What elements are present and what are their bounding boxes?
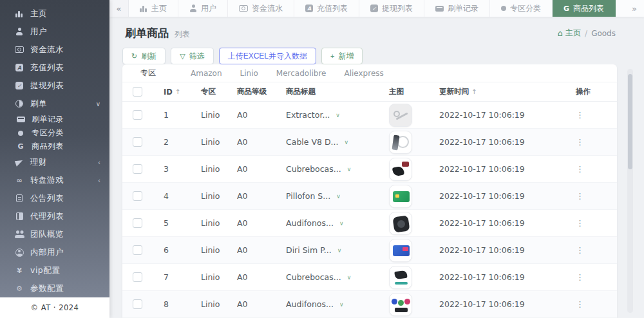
cell-updated: 2022-10-17 10:06:19 [434, 245, 563, 255]
tabs-scroll-left-button[interactable]: « [109, 0, 129, 17]
expand-title-icon[interactable]: ∨ [336, 112, 340, 118]
product-image[interactable] [389, 158, 412, 181]
product-image[interactable] [389, 293, 412, 316]
tab-zone-categories[interactable]: 专区分类 [490, 0, 553, 17]
sidebar-item-announcements[interactable]: 公告列表 [0, 189, 109, 207]
row-actions-menu[interactable]: ⋮ [576, 191, 584, 201]
cell-updated: 2022-10-17 10:06:19 [434, 218, 563, 228]
zone-tab-mercadolibre[interactable]: Mercadolibre [276, 69, 327, 78]
sort-by-updated[interactable]: 更新时间↑ [439, 87, 477, 97]
sidebar-item-internal-users[interactable]: 内部用户 [0, 243, 109, 261]
row-actions-menu[interactable]: ⋮ [576, 299, 584, 309]
tab-recharge-list[interactable]: 充值列表 [294, 0, 359, 17]
expand-title-icon[interactable]: ∨ [344, 139, 348, 145]
sidebar-item-vip-config[interactable]: ¥ vip配置 [0, 261, 109, 279]
breadcrumb-home-link[interactable]: ⌂ 主页 [558, 28, 581, 39]
row-actions-menu[interactable]: ⋮ [576, 272, 584, 282]
expand-title-icon[interactable]: ∨ [339, 301, 344, 308]
expand-title-icon[interactable]: ∨ [347, 274, 352, 281]
tab-home[interactable]: 主页 [129, 0, 178, 17]
sidebar-item-label: 用户 [30, 26, 47, 37]
sidebar-item-zone-categories[interactable]: 专区分类 [0, 126, 109, 140]
sidebar-item-home[interactable]: 主页 [0, 5, 109, 23]
tab-goods-list[interactable]: G 商品列表 [553, 0, 616, 17]
user-icon [14, 28, 24, 35]
row-actions-menu[interactable]: ⋮ [576, 245, 584, 255]
sidebar-item-withdraw-list[interactable]: 提现列表 [0, 77, 109, 95]
tabs-scroll-right-button[interactable]: » [625, 0, 644, 17]
sidebar-item-finance[interactable]: 理财 ‹ [0, 153, 109, 171]
row-checkbox[interactable] [133, 272, 142, 282]
sidebar-item-team-overview[interactable]: 团队概览 [0, 225, 109, 243]
cell-title: Audifonos... [286, 299, 334, 309]
zone-tab-amazon[interactable]: Amazon [191, 69, 222, 78]
product-image[interactable] [389, 185, 412, 208]
cell-zone: Linio [196, 245, 232, 255]
row-checkbox[interactable] [133, 218, 142, 228]
table-row: 6 Linio A0 Diri Sim P...∨ 2022-10-17 10:… [122, 237, 617, 264]
expand-title-icon[interactable]: ∨ [347, 166, 352, 173]
tab-order-records[interactable]: 刷单记录 [424, 0, 490, 17]
yen-icon: ¥ [14, 267, 24, 274]
row-checkbox[interactable] [133, 110, 142, 120]
sidebar-item-label: 资金流水 [30, 44, 64, 55]
open-tabs-bar: « 主页 用户 资金流水 充值列表 提现列表 刷单记录 专区分类 [109, 0, 644, 17]
product-image[interactable] [389, 131, 412, 154]
row-checkbox[interactable] [133, 299, 142, 309]
cell-id: 3 [158, 164, 196, 174]
tab-label: 充值列表 [317, 3, 348, 14]
sidebar-item-recharge-list[interactable]: 充值列表 [0, 59, 109, 77]
zone-tab-linio[interactable]: Linio [240, 69, 258, 78]
cell-grade: A0 [232, 272, 281, 282]
sidebar-item-users[interactable]: 用户 [0, 23, 109, 41]
row-actions-menu[interactable]: ⋮ [576, 164, 584, 174]
table-row: 1 Linio A0 Extractor...∨ 2022-10-17 10:0… [122, 102, 617, 129]
expand-title-icon[interactable]: ∨ [336, 193, 341, 200]
sidebar-item-label: 代理列表 [30, 211, 64, 222]
sort-by-id[interactable]: ID↑ [164, 88, 180, 97]
row-checkbox[interactable] [133, 164, 142, 174]
refresh-icon: ↻ [131, 53, 137, 60]
row-actions-menu[interactable]: ⋮ [576, 110, 584, 120]
select-all-checkbox[interactable] [133, 87, 142, 97]
refresh-button[interactable]: ↻ 刷新 [122, 48, 166, 64]
tab-label: 主页 [151, 3, 167, 14]
tabbar-spacer [616, 0, 625, 17]
expand-title-icon[interactable]: ∨ [337, 247, 342, 254]
upload-excel-button[interactable]: 上传EXCEL并导入数据 [219, 48, 316, 64]
breadcrumb-separator: / [585, 29, 587, 38]
product-image[interactable] [389, 104, 412, 127]
zone-tab-aliexpress[interactable]: Aliexpress [344, 69, 383, 78]
row-checkbox[interactable] [133, 137, 142, 147]
list-card-icon [435, 6, 444, 12]
page-subtitle: 列表 [175, 30, 190, 39]
tab-funds-flow[interactable]: 资金流水 [228, 0, 294, 17]
add-button[interactable]: + 新增 [321, 48, 363, 64]
sidebar-item-funds-flow[interactable]: 资金流水 [0, 41, 109, 59]
product-image[interactable] [389, 266, 412, 289]
sidebar-item-wheel-game[interactable]: ∞ 转盘游戏 ‹ [0, 171, 109, 189]
tab-withdraw-list[interactable]: 提现列表 [359, 0, 424, 17]
filter-button[interactable]: ▽ 筛选 [171, 48, 213, 64]
zone-filter-label: 专区 [140, 68, 156, 79]
banknote-icon [239, 5, 248, 12]
row-checkbox[interactable] [133, 245, 142, 255]
sidebar-item-order-records[interactable]: 刷单记录 [0, 113, 109, 126]
sidebar-item-brush-orders[interactable]: 刷单 ∨ [0, 95, 109, 113]
row-checkbox[interactable] [133, 191, 142, 201]
row-actions-menu[interactable]: ⋮ [576, 218, 584, 228]
product-image[interactable] [389, 239, 412, 262]
cell-id: 6 [158, 245, 196, 255]
expand-title-icon[interactable]: ∨ [339, 220, 344, 227]
sidebar-item-goods-list[interactable]: G 商品列表 [0, 140, 109, 153]
cell-title: Cubrebocas... [286, 164, 341, 174]
tab-users[interactable]: 用户 [178, 0, 228, 17]
document-icon [14, 194, 24, 202]
row-actions-menu[interactable]: ⋮ [576, 137, 584, 147]
sidebar-item-agents[interactable]: 代理列表 [0, 207, 109, 225]
sidebar-item-label: 参数配置 [30, 283, 64, 294]
scrollbar-thumb[interactable] [628, 74, 632, 169]
user-circle-icon [14, 248, 24, 257]
product-image[interactable] [389, 212, 412, 235]
sidebar-item-params-config[interactable]: ⚙ 参数配置 [0, 279, 109, 297]
